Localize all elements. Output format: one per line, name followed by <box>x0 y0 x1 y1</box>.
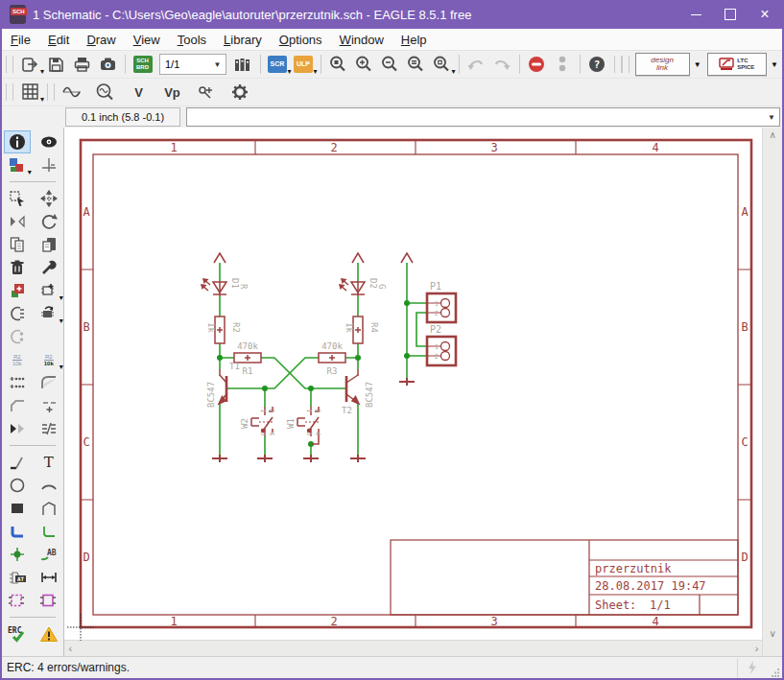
schematic-canvas[interactable]: 1 2 3 4 1 2 3 4 A B C D A B C <box>64 128 762 640</box>
voltage-probe-button[interactable]: V <box>126 81 152 104</box>
rect-tool-button[interactable] <box>4 497 31 520</box>
run-script-button[interactable]: SCR▾ <box>265 53 291 76</box>
value-tool-button[interactable]: R210k▾ <box>36 348 62 371</box>
smash-tool-button[interactable] <box>4 371 31 394</box>
probe-signal-button[interactable] <box>92 81 118 104</box>
sim-settings-button[interactable] <box>226 81 252 104</box>
run-ulp-button[interactable]: ULP▾ <box>291 53 317 76</box>
invoke-tool-button[interactable] <box>4 417 31 440</box>
design-link-dropdown[interactable]: ▼ <box>690 53 705 76</box>
command-combobox[interactable]: ▼ <box>186 107 780 127</box>
erc-button[interactable]: ERC <box>4 622 31 645</box>
wrench-icon <box>40 259 58 276</box>
text-tool-button[interactable]: T <box>36 451 62 474</box>
add-probe-button[interactable] <box>193 81 219 104</box>
ltc-spice-dropdown[interactable]: ▼ <box>767 53 782 76</box>
redo-button[interactable] <box>489 53 515 76</box>
switch-to-board-button[interactable]: SCHBRD <box>130 53 155 76</box>
name-tool-button[interactable]: R210k <box>4 348 31 371</box>
stop-button[interactable] <box>524 53 550 76</box>
sheet-combobox[interactable]: 1/1▼ <box>159 54 226 75</box>
change-tool-button[interactable] <box>36 256 62 279</box>
toolbar-grip[interactable] <box>6 56 13 73</box>
pinswap-tool-button[interactable] <box>4 302 31 325</box>
zoom-in-button[interactable] <box>351 53 377 76</box>
package-swap-button[interactable]: ▾ <box>36 302 62 325</box>
add-part-button[interactable] <box>4 279 31 302</box>
traffic-light-button[interactable] <box>550 53 576 76</box>
show-tool-button[interactable] <box>36 130 62 153</box>
cut-tool-button[interactable] <box>36 233 62 256</box>
zoom-select-button[interactable] <box>403 53 429 76</box>
menu-draw[interactable]: Draw <box>78 31 124 49</box>
zoom-redraw-button[interactable]: ▾ <box>429 53 455 76</box>
delete-tool-button[interactable] <box>4 256 31 279</box>
label-tool-button[interactable]: AB <box>36 543 62 566</box>
wire-tool-button[interactable] <box>4 451 31 474</box>
print-button[interactable] <box>69 53 95 76</box>
net-tool-button[interactable] <box>36 520 62 543</box>
scroll-left-icon[interactable]: ‹ <box>64 641 76 656</box>
split-tool-button[interactable] <box>36 417 62 440</box>
close-button[interactable]: × <box>748 0 782 29</box>
frame-col-label: 4 <box>653 615 659 628</box>
mark-icon <box>40 156 58 174</box>
help-button[interactable]: ? <box>584 53 610 76</box>
module-tool-button[interactable] <box>36 589 62 612</box>
mirror-tool-button[interactable] <box>4 210 31 233</box>
module-dashed-tool-button[interactable] <box>4 589 31 612</box>
junction-tool-button[interactable] <box>4 543 31 566</box>
bolt-button[interactable] <box>737 658 767 678</box>
menu-help[interactable]: Help <box>392 31 436 49</box>
move-tool-button[interactable] <box>36 187 62 210</box>
miter-tool-button[interactable] <box>36 371 62 394</box>
grid-button[interactable]: ▾ <box>17 81 43 104</box>
menu-edit[interactable]: Edit <box>39 31 78 49</box>
vertical-scrollbar[interactable]: ∧ ∨ <box>762 128 782 656</box>
zoom-fit-button[interactable] <box>325 53 351 76</box>
zoom-redraw-icon <box>432 55 451 74</box>
library-manager-button[interactable] <box>230 53 256 76</box>
copy-tool-button[interactable] <box>4 233 31 256</box>
resize-grip[interactable] <box>767 657 782 679</box>
horizontal-scrollbar[interactable]: ‹ › <box>64 640 762 656</box>
split-add-tool-button[interactable] <box>36 394 62 417</box>
polygon-tool-button[interactable] <box>36 497 62 520</box>
arc-tool-button[interactable] <box>36 474 62 497</box>
ltc-spice-button[interactable]: LTCSPICE <box>707 53 767 76</box>
design-link-button[interactable]: designlink <box>635 53 690 76</box>
save-button[interactable] <box>43 53 69 76</box>
menu-library[interactable]: Library <box>215 31 271 49</box>
replace-part-button[interactable]: ▾ <box>36 279 62 302</box>
menu-file[interactable]: File <box>2 31 39 49</box>
dimension-tool-button[interactable] <box>36 566 62 589</box>
maximize-button[interactable] <box>713 0 748 29</box>
waveform-button[interactable] <box>59 81 84 104</box>
miter-sharp-tool-button[interactable] <box>4 394 31 417</box>
group-tool-button[interactable] <box>4 187 31 210</box>
info-tool-button[interactable] <box>4 130 31 153</box>
open-button[interactable]: ▾ <box>17 53 43 76</box>
mark-tool-button[interactable] <box>36 153 62 176</box>
menu-view[interactable]: View <box>125 31 169 49</box>
menu-tools[interactable]: Tools <box>169 31 215 49</box>
undo-button[interactable] <box>463 53 489 76</box>
bus-tool-button[interactable] <box>4 520 31 543</box>
errors-button[interactable] <box>36 622 62 645</box>
command-input[interactable] <box>187 110 768 124</box>
frame-row-label: C <box>83 435 90 449</box>
circle-tool-button[interactable] <box>4 474 31 497</box>
scroll-right-icon[interactable]: › <box>751 641 763 656</box>
gateswap-tool-button[interactable] <box>4 325 31 348</box>
rotate-tool-button[interactable] <box>36 210 62 233</box>
display-layers-button[interactable]: ▾ <box>4 153 31 176</box>
scroll-up-icon[interactable]: ∧ <box>766 128 780 142</box>
menu-window[interactable]: Window <box>331 31 392 49</box>
minimize-button[interactable] <box>678 0 713 29</box>
menu-options[interactable]: Options <box>271 31 331 49</box>
zoom-out-button[interactable] <box>377 53 403 76</box>
phase-probe-button[interactable]: Vp <box>159 81 185 104</box>
attribute-tool-button[interactable]: AT <box>4 566 31 589</box>
export-image-button[interactable] <box>95 53 121 76</box>
scroll-down-icon[interactable]: ∨ <box>766 626 780 656</box>
